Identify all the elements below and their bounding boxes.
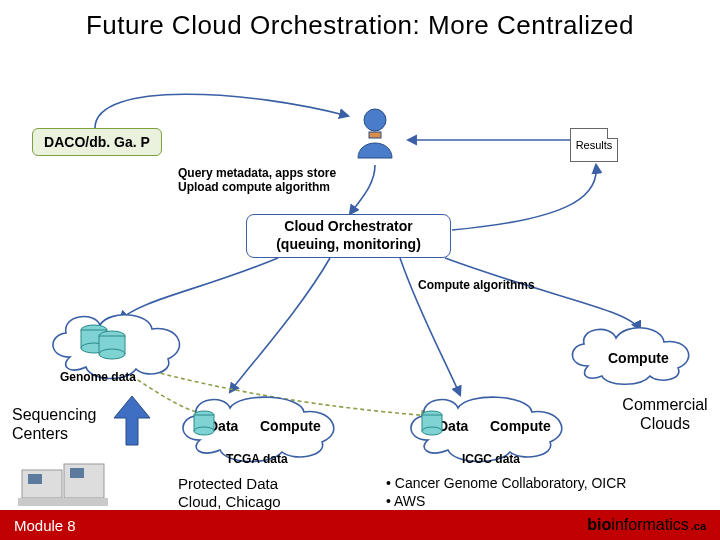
footer-left: Module 8 bbox=[14, 517, 76, 534]
connectors bbox=[0, 0, 720, 540]
commercial-label: Commercial Clouds bbox=[620, 395, 710, 433]
daco-box: DACO/db. Ga. P bbox=[32, 128, 162, 156]
user-icon bbox=[352, 106, 398, 166]
svg-point-13 bbox=[422, 427, 442, 435]
svg-rect-1 bbox=[369, 132, 381, 138]
genome-data-label: Genome data bbox=[60, 370, 136, 384]
results-doc: Results bbox=[570, 128, 618, 162]
compute-label-1: Compute bbox=[260, 418, 321, 434]
svg-point-0 bbox=[364, 109, 386, 131]
bullets: Cancer Genome Collaboratory, OICR AWS bbox=[386, 475, 626, 510]
compute-label-2: Compute bbox=[490, 418, 551, 434]
orchestrator-box: Cloud Orchestrator (queuing, monitoring) bbox=[246, 214, 451, 258]
db-icon bbox=[78, 322, 128, 366]
compute-label-upper: Compute bbox=[608, 350, 669, 366]
svg-rect-17 bbox=[70, 468, 84, 478]
sequencing-label: Sequencing Centers bbox=[12, 405, 97, 443]
icgc-label: ICGC data bbox=[462, 452, 520, 466]
db-icon-2 bbox=[192, 410, 216, 444]
svg-rect-15 bbox=[28, 474, 42, 484]
sequencer-image bbox=[18, 452, 108, 512]
protected-label: Protected Data Cloud, Chicago bbox=[178, 475, 281, 511]
brand-logo: bioinformatics.ca bbox=[587, 516, 706, 534]
svg-point-7 bbox=[99, 349, 125, 359]
tcga-label: TCGA data bbox=[226, 452, 288, 466]
footer-bar: Module 8 bioinformatics.ca bbox=[0, 510, 720, 540]
db-icon-3 bbox=[420, 410, 444, 444]
svg-point-10 bbox=[194, 427, 214, 435]
compute-algos-label: Compute algorithms bbox=[418, 278, 535, 292]
query-caption: Query metadata, apps store Upload comput… bbox=[178, 166, 336, 195]
svg-rect-18 bbox=[18, 498, 108, 506]
